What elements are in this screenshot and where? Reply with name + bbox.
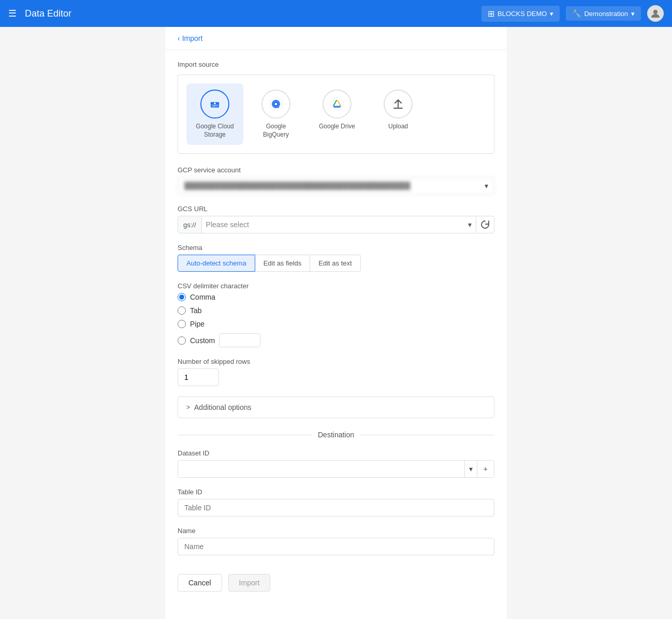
- gcs-url-group: GCS URL gs:// Please select ▾: [178, 205, 494, 233]
- gcs-refresh-button[interactable]: [476, 217, 494, 232]
- svg-marker-16: [333, 106, 341, 108]
- table-id-label: Table ID: [178, 488, 494, 496]
- gcs-url-label: GCS URL: [178, 205, 494, 213]
- dataset-id-label: Dataset ID: [178, 449, 494, 457]
- dataset-id-select[interactable]: [178, 461, 464, 477]
- skipped-rows-label: Number of skipped rows: [178, 358, 494, 365]
- name-input[interactable]: [178, 538, 494, 555]
- destination-line-left: [178, 435, 312, 435]
- drive-label: Google Drive: [319, 123, 355, 131]
- schema-tab-text[interactable]: Edit as text: [310, 255, 360, 272]
- csv-delimiter-label: CSV delimiter character: [178, 282, 494, 290]
- name-label: Name: [178, 527, 494, 535]
- blocks-demo-label: BLOCKS DEMO: [498, 10, 547, 18]
- table-id-group: Table ID: [178, 488, 494, 517]
- radio-pipe-input[interactable]: [178, 320, 186, 328]
- breadcrumb: ‹ Import: [165, 27, 507, 50]
- blocks-demo-icon: ⊞: [488, 9, 494, 19]
- plus-icon: +: [484, 465, 488, 473]
- upload-source-icon: [384, 90, 413, 119]
- skipped-rows-group: Number of skipped rows: [178, 358, 494, 386]
- menu-icon[interactable]: ☰: [8, 8, 17, 19]
- back-icon: ‹: [178, 34, 180, 42]
- gcs-url-chevron-icon: ▾: [464, 216, 476, 233]
- gcp-service-account-group: GCP service account ████████████████████…: [178, 166, 494, 195]
- demonstration-button[interactable]: 🔧 Demonstration ▾: [566, 6, 641, 21]
- radio-pipe-label: Pipe: [190, 320, 204, 328]
- schema-group: Schema Auto-detect schema Edit as fields…: [178, 244, 494, 272]
- csv-delimiter-radio-group: Comma Tab Pipe Custom: [178, 293, 494, 347]
- radio-custom[interactable]: Custom: [178, 333, 494, 347]
- radio-tab-input[interactable]: [178, 306, 186, 315]
- gcs-url-wrapper: gs:// Please select ▾: [178, 216, 494, 233]
- schema-tab-auto[interactable]: Auto-detect schema: [178, 255, 255, 272]
- upload-label: Upload: [388, 123, 408, 131]
- radio-custom-input[interactable]: [178, 336, 186, 345]
- gcp-service-label: GCP service account: [178, 166, 494, 174]
- import-source-label: Import source: [178, 61, 494, 68]
- additional-options-panel[interactable]: > Additional options: [178, 396, 494, 418]
- radio-comma[interactable]: Comma: [178, 293, 494, 301]
- gcp-service-select[interactable]: ████████████████████████████████████████…: [178, 177, 494, 195]
- dataset-id-wrapper: ▾ +: [178, 460, 494, 478]
- schema-tab-fields[interactable]: Edit as fields: [255, 255, 311, 272]
- destination-line-right: [360, 435, 494, 435]
- drive-source-icon: [323, 90, 352, 119]
- csv-delimiter-group: CSV delimiter character Comma Tab Pipe C…: [178, 282, 494, 347]
- svg-point-4: [214, 102, 216, 105]
- dataset-chevron-icon: ▾: [464, 461, 477, 477]
- gcp-service-select-wrapper: ████████████████████████████████████████…: [178, 177, 494, 195]
- import-source-section: Google CloudStorage Google BigQuery: [178, 75, 494, 154]
- wrench-icon: 🔧: [572, 9, 581, 18]
- blocks-demo-button[interactable]: ⊞ BLOCKS DEMO ▾: [481, 6, 560, 22]
- additional-options-chevron: >: [186, 404, 190, 411]
- radio-comma-input[interactable]: [178, 293, 186, 301]
- schema-label: Schema: [178, 244, 494, 252]
- svg-rect-5: [212, 105, 217, 106]
- radio-pipe[interactable]: Pipe: [178, 320, 494, 328]
- destination-title: Destination: [318, 431, 354, 439]
- blocks-demo-chevron: ▾: [550, 10, 553, 18]
- header-left: ☰ Data Editor: [8, 8, 71, 19]
- schema-tabs: Auto-detect schema Edit as fields Edit a…: [178, 255, 494, 272]
- bigquery-source-icon: [261, 90, 290, 119]
- custom-delimiter-input[interactable]: [219, 333, 260, 347]
- radio-tab[interactable]: Tab: [178, 306, 494, 315]
- user-avatar[interactable]: [647, 5, 664, 22]
- destination-header: Destination: [178, 431, 494, 439]
- source-card-upload[interactable]: Upload: [370, 83, 427, 145]
- demonstration-chevron: ▾: [631, 10, 635, 18]
- svg-point-0: [653, 10, 658, 14]
- demonstration-label: Demonstration: [584, 10, 628, 18]
- source-card-drive[interactable]: Google Drive: [309, 83, 366, 145]
- radio-custom-label: Custom: [190, 336, 215, 345]
- source-card-bigquery[interactable]: Google BigQuery: [247, 83, 304, 145]
- radio-comma-label: Comma: [190, 293, 215, 301]
- app-header: ☰ Data Editor ⊞ BLOCKS DEMO ▾ 🔧 Demonstr…: [0, 0, 672, 27]
- page-container: ‹ Import Import source: [165, 27, 507, 619]
- gcs-prefix: gs://: [178, 217, 202, 233]
- skipped-rows-input[interactable]: [178, 369, 219, 386]
- bigquery-label: Google BigQuery: [256, 123, 296, 139]
- dataset-id-group: Dataset ID ▾ +: [178, 449, 494, 478]
- gcs-url-select[interactable]: Please select: [202, 216, 464, 233]
- radio-tab-label: Tab: [190, 306, 202, 315]
- source-card-gcs[interactable]: Google CloudStorage: [186, 83, 243, 145]
- header-right: ⊞ BLOCKS DEMO ▾ 🔧 Demonstration ▾: [481, 5, 664, 22]
- page-content: Import source Google CloudStorage: [165, 50, 507, 610]
- import-button[interactable]: Import: [228, 574, 271, 592]
- button-row: Cancel Import: [178, 566, 494, 600]
- svg-point-12: [330, 97, 344, 111]
- gcs-label: Google CloudStorage: [196, 123, 233, 139]
- additional-options-label: Additional options: [194, 403, 252, 411]
- back-button[interactable]: ‹ Import: [178, 34, 202, 42]
- app-title: Data Editor: [25, 8, 71, 19]
- breadcrumb-label: Import: [182, 34, 203, 42]
- svg-point-10: [275, 103, 277, 106]
- gcs-source-icon: [200, 90, 229, 119]
- cancel-button[interactable]: Cancel: [178, 574, 222, 592]
- svg-rect-6: [212, 107, 215, 107]
- table-id-input[interactable]: [178, 499, 494, 517]
- name-group: Name: [178, 527, 494, 555]
- dataset-add-button[interactable]: +: [477, 461, 494, 477]
